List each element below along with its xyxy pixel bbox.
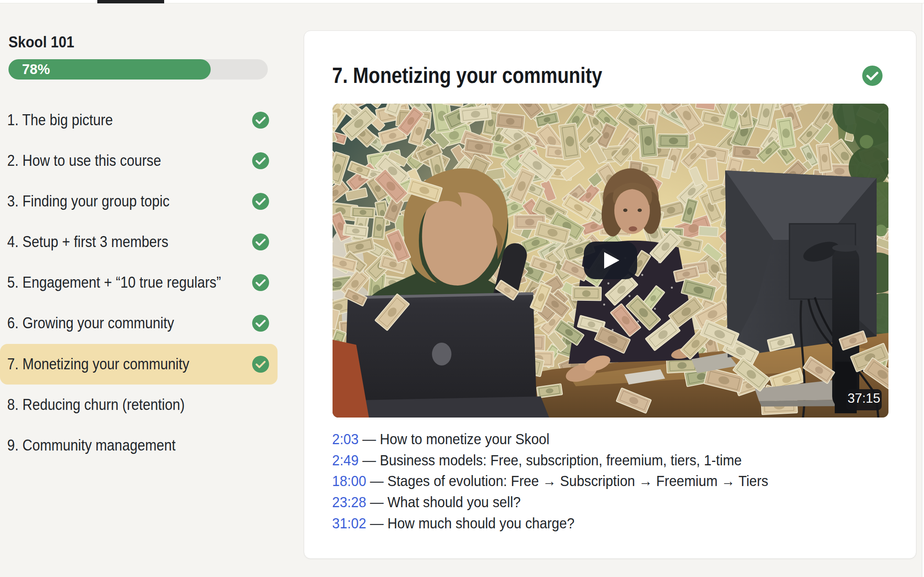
svg-text:37:15: 37:15	[847, 391, 880, 406]
